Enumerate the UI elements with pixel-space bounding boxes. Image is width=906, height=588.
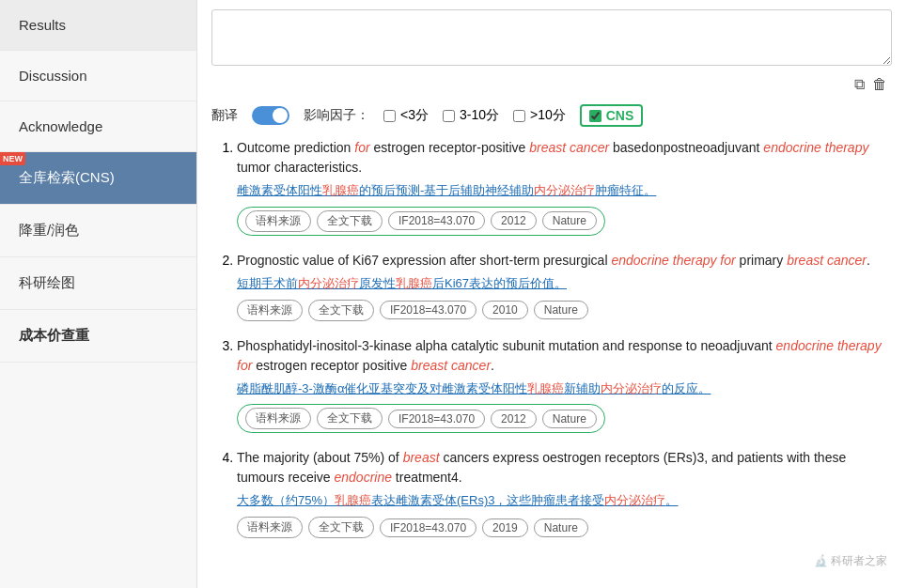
watermark-icon: 🔬 — [814, 554, 828, 567]
result-title-2: Prognostic value of Ki67 expression afte… — [237, 251, 892, 271]
tags-row-2: 语料来源 全文下载 IF2018=43.070 2010 Nature — [237, 300, 892, 321]
tag-fulltext-3[interactable]: 全文下载 — [317, 408, 383, 429]
toolbar-row: ⧉ 🗑 — [211, 76, 892, 93]
sidebar-item-quanku[interactable]: NEW 全库检索(CNS) — [0, 152, 196, 205]
new-badge: NEW — [0, 152, 25, 165]
result-item-2: Prognostic value of Ki67 expression afte… — [237, 251, 892, 321]
tag-year-4: 2019 — [482, 518, 528, 537]
filter-gt10: >10分 — [513, 107, 566, 124]
main-content: ⧉ 🗑 翻译 影响因子： <3分 3-10分 >10分 CNS — [197, 0, 906, 588]
tag-source-3[interactable]: 语料来源 — [245, 408, 311, 429]
result-chinese-4: 大多数（约75%）乳腺癌表达雌激素受体(ERs)3，这些肿瘤患者接受内分泌治疗。 — [237, 491, 892, 511]
sidebar-item-label: Results — [19, 17, 66, 33]
tags-bordered-1: 语料来源 全文下载 IF2018=43.070 2012 Nature — [237, 207, 605, 236]
tag-if-4: IF2018=43.070 — [380, 518, 476, 537]
result-chinese-1: 雌激素受体阳性乳腺癌的预后预测-基于后辅助神经辅助内分泌治疗肿瘤特征。 — [237, 181, 892, 201]
result-chinese-2: 短期手术前内分泌治疗原发性乳腺癌后Ki67表达的预后价值。 — [237, 274, 892, 294]
sidebar-item-label: 成本价查重 — [19, 327, 89, 343]
sidebar-item-label: Discussion — [19, 68, 87, 84]
sidebar-item-acknowledge[interactable]: Acknowledge — [0, 101, 196, 152]
result-title-4: The majority (about 75%) of breast cance… — [237, 448, 892, 487]
filter-less3-label: <3分 — [400, 107, 429, 124]
sidebar-item-kehui[interactable]: 科研绘图 — [0, 257, 196, 310]
sidebar-item-results[interactable]: Results — [0, 0, 196, 51]
tag-year-2: 2010 — [482, 301, 528, 319]
tag-if-1: IF2018=43.070 — [388, 211, 485, 230]
tag-year-1: 2012 — [491, 211, 537, 230]
tags-row-1: 语料来源 全文下载 IF2018=43.070 2012 Nature — [237, 207, 892, 236]
watermark: 🔬 科研者之家 — [814, 553, 887, 569]
delete-icon[interactable]: 🗑 — [872, 76, 887, 93]
result-item-4: The majority (about 75%) of breast cance… — [237, 448, 892, 538]
result-title-3: Phosphatidyl-inositol-3-kinase alpha cat… — [237, 336, 892, 376]
tag-journal-4: Nature — [534, 518, 588, 537]
tag-fulltext-1[interactable]: 全文下载 — [317, 210, 383, 232]
tag-source-4[interactable]: 语料来源 — [237, 517, 303, 538]
result-item-3: Phosphatidyl-inositol-3-kinase alpha cat… — [237, 336, 892, 434]
tag-journal-1: Nature — [542, 211, 597, 230]
tag-if-3: IF2018=43.070 — [388, 410, 485, 428]
tag-fulltext-2[interactable]: 全文下载 — [308, 300, 374, 321]
sidebar: Results Discussion Acknowledge NEW 全库检索(… — [0, 0, 197, 588]
cns-label: CNS — [606, 108, 634, 123]
tags-bordered-3: 语料来源 全文下载 IF2018=43.070 2012 Nature — [237, 404, 605, 433]
toolbar-icons: ⧉ 🗑 — [854, 76, 887, 93]
filter-3to10: 3-10分 — [443, 107, 499, 124]
tag-journal-2: Nature — [534, 301, 588, 319]
watermark-text: 科研者之家 — [831, 554, 887, 567]
sidebar-item-chengben[interactable]: 成本价查重 — [0, 310, 196, 363]
tag-source-1[interactable]: 语料来源 — [245, 210, 311, 232]
tag-journal-3: Nature — [542, 410, 597, 428]
filter-less3: <3分 — [383, 107, 429, 124]
sidebar-item-label: 降重/润色 — [19, 222, 79, 238]
translate-toggle[interactable] — [252, 106, 289, 125]
cns-filter-box: CNS — [580, 104, 644, 127]
tag-source-2[interactable]: 语料来源 — [237, 300, 303, 321]
tag-fulltext-4[interactable]: 全文下载 — [308, 517, 374, 538]
filter-gt10-label: >10分 — [530, 107, 566, 124]
copy-icon[interactable]: ⧉ — [854, 76, 865, 93]
sidebar-item-label: Acknowledge — [19, 118, 102, 134]
filter-less3-checkbox[interactable] — [383, 110, 396, 122]
filter-3to10-label: 3-10分 — [460, 107, 499, 124]
impact-label: 影响因子： — [304, 107, 369, 124]
sidebar-item-discussion[interactable]: Discussion — [0, 51, 196, 101]
translate-label: 翻译 — [211, 107, 238, 124]
filter-row: 翻译 影响因子： <3分 3-10分 >10分 CNS — [211, 104, 892, 127]
tags-row-4: 语料来源 全文下载 IF2018=43.070 2019 Nature — [237, 517, 892, 538]
results-list: Outcome prediction for estrogen receptor… — [211, 138, 892, 538]
result-chinese-3: 磷脂酰肌醇-3-激酶α催化亚基突变及对雌激素受体阳性乳腺癌新辅助内分泌治疗的反应… — [237, 379, 892, 399]
result-title-1: Outcome prediction for estrogen receptor… — [237, 138, 892, 178]
sidebar-item-label: 科研绘图 — [19, 274, 75, 290]
result-item-1: Outcome prediction for estrogen receptor… — [237, 138, 892, 236]
search-input[interactable] — [211, 9, 892, 66]
tags-row-3: 语料来源 全文下载 IF2018=43.070 2012 Nature — [237, 404, 892, 433]
sidebar-item-jiangchong[interactable]: 降重/润色 — [0, 205, 196, 257]
tag-year-3: 2012 — [491, 410, 537, 428]
filter-gt10-checkbox[interactable] — [513, 110, 525, 122]
cns-checkbox[interactable] — [589, 110, 601, 122]
tag-if-2: IF2018=43.070 — [380, 301, 476, 319]
sidebar-item-label: 全库检索(CNS) — [19, 169, 115, 185]
filter-3to10-checkbox[interactable] — [443, 110, 455, 122]
